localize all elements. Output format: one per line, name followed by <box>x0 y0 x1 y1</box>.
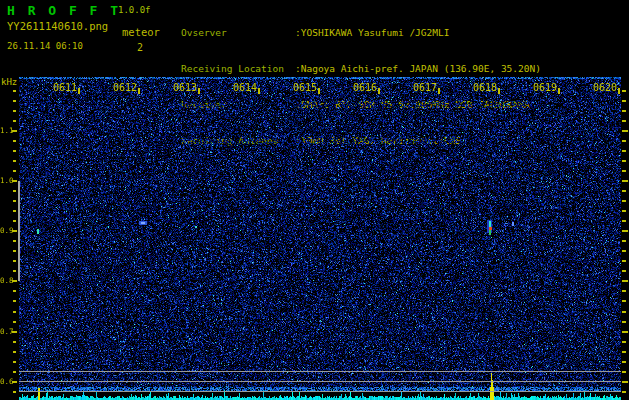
mode-label: meteor <box>122 26 160 38</box>
threshold-line <box>19 381 621 382</box>
freq-tick-right <box>622 250 626 252</box>
freq-tick-left <box>13 391 16 393</box>
freq-tick-right <box>622 210 626 212</box>
info-value: :Nagoya Aichi-pref. JAPAN (136.90E, 35.2… <box>295 63 541 74</box>
freq-tick-left <box>13 140 16 142</box>
freq-tick-right <box>622 130 628 132</box>
freq-tick-left <box>13 341 16 343</box>
freq-tick-left <box>13 200 16 202</box>
freq-tick-right <box>622 270 626 272</box>
freq-tick-right <box>622 220 626 222</box>
time-tick <box>618 88 620 94</box>
freq-tick-right <box>622 200 626 202</box>
freq-tick-right <box>622 300 626 302</box>
freq-tick-right <box>622 90 626 92</box>
time-tick-label: 0613 <box>172 83 197 93</box>
time-tick-label: 0619 <box>532 83 557 93</box>
freq-tick-left <box>13 190 16 192</box>
freq-tick-left <box>13 361 16 363</box>
freq-tick-right <box>622 280 628 282</box>
time-tick <box>558 88 560 94</box>
time-tick-label: 0616 <box>352 83 377 93</box>
time-tick <box>258 88 260 94</box>
freq-tick-left <box>13 290 16 292</box>
time-tick-label: 0615 <box>292 83 317 93</box>
freq-tick-label: 0.8 <box>0 277 12 285</box>
observation-datetime: 26.11.14 06:10 <box>7 41 83 51</box>
time-tick <box>378 88 380 94</box>
freq-tick-left <box>13 160 16 162</box>
freq-tick-right <box>622 311 626 313</box>
time-tick-label: 0620 <box>592 83 617 93</box>
freq-tick-left <box>13 120 16 122</box>
app-version: 1.0.0f <box>118 5 151 15</box>
time-tick <box>318 88 320 94</box>
freq-tick-left <box>13 110 16 112</box>
freq-tick-label: 0.6 <box>0 378 12 386</box>
freq-tick-right <box>622 160 626 162</box>
freq-tick-left <box>13 100 16 102</box>
freq-tick-right <box>622 391 626 393</box>
freq-tick-label: 1.0 <box>0 177 12 185</box>
freq-tick-right <box>622 290 626 292</box>
freq-tick-right <box>622 321 626 323</box>
freq-tick-right <box>622 351 626 353</box>
info-value: :YOSHIKAWA Yasufumi /JG2MLI <box>295 27 449 38</box>
freq-tick-label: 1.1 <box>0 127 12 135</box>
freq-tick-left <box>13 240 16 242</box>
time-tick-label: 0611 <box>52 83 77 93</box>
freq-tick-right <box>622 341 626 343</box>
freq-tick-left <box>13 300 16 302</box>
freq-tick-left <box>13 321 16 323</box>
freq-tick-left <box>13 371 16 373</box>
time-tick-label: 0617 <box>412 83 437 93</box>
freq-tick-right <box>622 190 626 192</box>
freq-axis-unit: kHz <box>1 77 17 87</box>
freq-tick-left <box>13 170 16 172</box>
freq-tick-right <box>622 331 628 333</box>
freq-tick-label: 0.7 <box>0 328 12 336</box>
info-label: Receiving Location <box>181 63 295 75</box>
freq-tick-right <box>622 110 626 112</box>
app-title: H R O F F T <box>7 3 121 18</box>
freq-tick-right <box>622 381 628 383</box>
freq-tick-right <box>622 150 626 152</box>
freq-tick-left <box>13 210 16 212</box>
time-tick <box>498 88 500 94</box>
threshold-line <box>19 371 621 372</box>
freq-tick-right <box>622 230 628 232</box>
freq-tick-right <box>622 361 626 363</box>
freq-tick-left <box>13 260 16 262</box>
info-label: Ovserver <box>181 27 295 39</box>
info-row-observer: Ovserver:YOSHIKAWA Yasufumi /JG2MLI <box>181 27 541 39</box>
output-filename: YY2611140610.png <box>7 20 108 32</box>
hrofft-output-window: H R O F F T 1.0.0f YY2611140610.png mete… <box>0 0 629 400</box>
freq-tick-label: 0.9 <box>0 227 12 235</box>
time-tick <box>138 88 140 94</box>
time-tick <box>78 88 80 94</box>
time-tick-label: 0614 <box>232 83 257 93</box>
info-row-location: Receiving Location:Nagoya Aichi-pref. JA… <box>181 63 541 75</box>
freq-tick-right <box>622 170 626 172</box>
threshold-line <box>19 391 621 392</box>
time-tick <box>198 88 200 94</box>
time-tick <box>438 88 440 94</box>
freq-tick-left <box>13 270 16 272</box>
spectrogram-canvas <box>19 77 621 400</box>
freq-tick-right <box>622 260 626 262</box>
freq-tick-left <box>13 351 16 353</box>
freq-tick-right <box>622 120 626 122</box>
freq-tick-right <box>622 240 626 242</box>
freq-tick-right <box>622 180 628 182</box>
freq-tick-left <box>13 220 16 222</box>
freq-tick-left <box>13 311 16 313</box>
freq-tick-right <box>622 140 626 142</box>
time-tick-label: 0612 <box>112 83 137 93</box>
freq-tick-left <box>13 150 16 152</box>
freq-tick-right <box>622 100 626 102</box>
freq-tick-right <box>622 371 626 373</box>
meteor-count-value: 2 <box>137 42 143 53</box>
freq-tick-left <box>13 90 16 92</box>
freq-tick-left <box>13 250 16 252</box>
time-tick-label: 0618 <box>472 83 497 93</box>
